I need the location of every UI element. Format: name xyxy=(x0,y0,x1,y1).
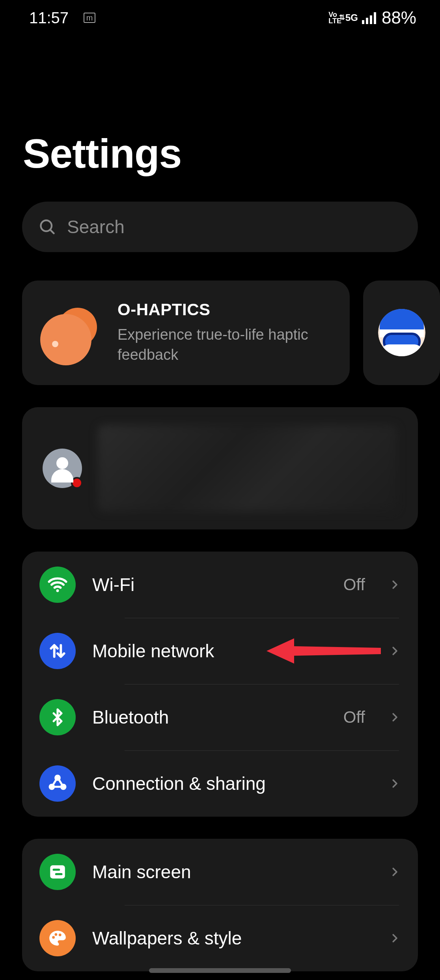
bluetooth-icon xyxy=(39,699,76,735)
chevron-right-icon xyxy=(389,930,401,947)
svg-rect-3 xyxy=(374,12,376,24)
row-bluetooth[interactable]: Bluetooth Off xyxy=(22,684,418,750)
svg-point-16 xyxy=(59,933,62,936)
svg-rect-11 xyxy=(50,865,65,878)
row-status: Off xyxy=(343,575,365,594)
promo-card-haptics[interactable]: O-HAPTICS Experience true-to-life haptic… xyxy=(22,281,350,385)
status-right: Vo LTE 5G 88% xyxy=(328,8,416,28)
svg-rect-13 xyxy=(55,873,63,875)
search-placeholder: Search xyxy=(67,216,125,238)
status-time: 11:57 xyxy=(29,9,69,27)
svg-rect-1 xyxy=(366,18,368,24)
promo-text: O-HAPTICS Experience true-to-life haptic… xyxy=(117,300,332,365)
wifi-icon xyxy=(39,567,76,603)
chevron-right-icon xyxy=(389,775,401,792)
app-indicator-icon: m xyxy=(84,13,95,23)
chevron-right-icon xyxy=(389,642,401,660)
svg-rect-0 xyxy=(362,20,364,24)
status-bar: 11:57 m Vo LTE 5G 88% xyxy=(0,0,440,36)
row-connection-sharing[interactable]: Connection & sharing xyxy=(22,750,418,817)
palette-icon xyxy=(39,920,76,956)
search-icon xyxy=(39,218,56,236)
svg-rect-2 xyxy=(370,15,372,24)
promo-row: O-HAPTICS Experience true-to-life haptic… xyxy=(0,252,440,385)
settings-group-display: Main screen Wallpapers & style xyxy=(22,839,418,971)
status-left: 11:57 m xyxy=(29,9,95,27)
promo-subtitle: Experience true-to-life haptic feedback xyxy=(117,325,332,365)
mobile-data-icon xyxy=(39,633,76,669)
row-wallpapers-style[interactable]: Wallpapers & style xyxy=(22,905,418,971)
share-icon xyxy=(39,765,76,802)
settings-group-connectivity: Wi-Fi Off Mobile network Bluetooth Off xyxy=(22,552,418,817)
notification-dot-icon xyxy=(71,477,83,489)
chevron-right-icon xyxy=(389,709,401,726)
row-label: Bluetooth xyxy=(92,707,327,728)
page-title: Settings xyxy=(0,36,440,177)
promo-card-avatar[interactable] xyxy=(363,281,440,385)
row-mobile-network[interactable]: Mobile network xyxy=(22,618,418,684)
account-card[interactable] xyxy=(22,407,418,529)
signal-icon xyxy=(362,11,378,24)
row-label: Wallpapers & style xyxy=(92,928,372,949)
ski-avatar-icon xyxy=(378,309,425,356)
sliders-icon xyxy=(39,854,76,890)
row-label: Mobile network xyxy=(92,640,372,662)
haptics-icon xyxy=(40,307,99,358)
svg-rect-12 xyxy=(53,868,60,870)
account-avatar-icon xyxy=(43,449,82,488)
search-input[interactable]: Search xyxy=(22,202,418,252)
battery-text: 88% xyxy=(382,8,416,28)
svg-point-15 xyxy=(55,933,58,936)
chevron-right-icon xyxy=(389,863,401,881)
row-label: Main screen xyxy=(92,861,372,883)
svg-point-14 xyxy=(52,936,55,939)
promo-title: O-HAPTICS xyxy=(117,300,332,319)
row-wifi[interactable]: Wi-Fi Off xyxy=(22,552,418,618)
gesture-bar[interactable] xyxy=(149,968,291,973)
account-info-redacted xyxy=(98,425,397,512)
row-label: Connection & sharing xyxy=(92,773,372,794)
svg-line-5 xyxy=(50,230,54,233)
network-type-icon: 5G xyxy=(345,12,358,23)
chevron-right-icon xyxy=(389,576,401,593)
row-main-screen[interactable]: Main screen xyxy=(22,839,418,905)
row-status: Off xyxy=(343,708,365,727)
svg-point-6 xyxy=(56,589,59,592)
row-label: Wi-Fi xyxy=(92,574,327,595)
